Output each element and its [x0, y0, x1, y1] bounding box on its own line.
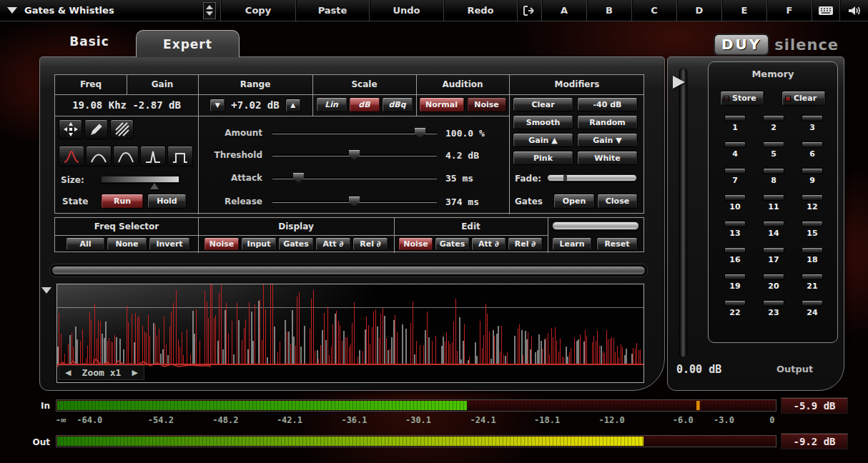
transfer-button[interactable]	[517, 0, 541, 21]
memory-slot-button[interactable]	[724, 141, 746, 148]
memory-slot-2[interactable]: 2	[757, 115, 790, 132]
pencil-tool-button[interactable]	[84, 119, 108, 139]
copy-button[interactable]: Copy	[220, 0, 295, 21]
paste-button[interactable]: Paste	[295, 0, 369, 21]
undo-button[interactable]: Undo	[369, 0, 443, 21]
memory-slot-button[interactable]	[763, 168, 784, 174]
scale-lin-button[interactable]: Lin	[316, 97, 347, 112]
curve-peak-button[interactable]	[140, 146, 166, 166]
memory-slot-button[interactable]	[763, 300, 784, 307]
threshold-slider-thumb[interactable]	[349, 150, 360, 160]
memory-slot-button[interactable]	[802, 168, 823, 174]
select-none-button[interactable]: None	[107, 237, 147, 251]
memory-slot-13[interactable]: 13	[719, 221, 751, 238]
fade-slider-thumb[interactable]	[563, 175, 567, 181]
tab-basic[interactable]: Basic	[61, 34, 118, 49]
memory-slot-8[interactable]: 8	[757, 168, 790, 185]
memory-slot-11[interactable]: 11	[757, 194, 790, 211]
memory-slot-button[interactable]	[802, 247, 823, 254]
memory-slot-17[interactable]: 17	[757, 247, 790, 264]
select-all-button[interactable]: All	[66, 237, 105, 251]
edit-release-delta-button[interactable]: Rel ∂	[508, 237, 543, 251]
keyboard-button[interactable]	[812, 0, 839, 21]
memory-slot-button[interactable]	[802, 141, 823, 148]
zoom-out-icon[interactable]: ◀	[65, 368, 71, 377]
attack-slider[interactable]	[272, 171, 437, 184]
curve-wide-bell-button[interactable]	[113, 146, 139, 166]
memory-slot-button[interactable]	[802, 274, 823, 280]
memory-slot-button[interactable]	[802, 194, 823, 201]
curve-bell-button[interactable]	[86, 146, 112, 166]
modifier-random-button[interactable]: Random	[577, 115, 638, 129]
modifier-gain-down-button[interactable]: Gain ▼	[577, 133, 638, 147]
memory-slot-button[interactable]	[763, 115, 784, 121]
size-slider-thumb[interactable]	[150, 183, 159, 189]
preset-down-icon[interactable]	[206, 11, 213, 16]
modifier-gain-up-button[interactable]: Gain ▲	[513, 133, 573, 147]
memory-slot-button[interactable]	[724, 194, 746, 201]
scale-db-button[interactable]: dB	[349, 97, 380, 112]
memory-slot-button[interactable]	[763, 194, 784, 201]
range-down-button[interactable]: ▼	[209, 99, 225, 112]
audio-button[interactable]	[839, 0, 868, 21]
memory-slot-24[interactable]: 24	[796, 300, 829, 317]
memory-slot-button[interactable]	[763, 274, 784, 280]
reset-button[interactable]: Reset	[596, 237, 638, 251]
memory-slot-14[interactable]: 14	[757, 221, 790, 238]
display-attack-delta-button[interactable]: Att ∂	[315, 237, 351, 251]
redo-button[interactable]: Redo	[443, 0, 517, 21]
memory-slot-button[interactable]	[724, 274, 746, 280]
state-run-button[interactable]: Run	[101, 194, 144, 209]
amount-slider[interactable]	[272, 126, 437, 139]
memory-slot-12[interactable]: 12	[796, 194, 829, 211]
memory-slot-20[interactable]: 20	[757, 274, 790, 291]
display-gates-button[interactable]: Gates	[278, 237, 314, 251]
edit-attack-delta-button[interactable]: Att ∂	[471, 237, 506, 251]
spectrum-display[interactable]: ◀ Zoom x1 ▶	[56, 284, 644, 383]
slot-f-button[interactable]: F	[766, 0, 812, 21]
preset-up-icon[interactable]	[206, 5, 213, 9]
slot-e-button[interactable]: E	[721, 0, 766, 21]
memory-slot-button[interactable]	[802, 221, 823, 227]
slot-a-button[interactable]: A	[541, 0, 586, 21]
select-invert-button[interactable]: Invert	[149, 237, 190, 251]
edit-gates-button[interactable]: Gates	[435, 237, 470, 251]
spectrum-scrollbar-thumb[interactable]	[52, 267, 645, 274]
memory-slot-4[interactable]: 4	[719, 141, 751, 159]
amount-slider-thumb[interactable]	[415, 128, 425, 138]
memory-slot-button[interactable]	[724, 247, 746, 254]
move-tool-button[interactable]	[59, 119, 82, 139]
preset-selector[interactable]: Gates & Whistles	[0, 0, 220, 21]
threshold-slider[interactable]	[272, 149, 437, 161]
modifier-white-button[interactable]: White	[577, 151, 638, 165]
memory-slot-button[interactable]	[763, 221, 784, 227]
range-up-button[interactable]: ▲	[285, 99, 301, 112]
preset-dropdown-icon[interactable]	[7, 7, 17, 14]
memory-slot-button[interactable]	[724, 168, 746, 174]
edit-noise-button[interactable]: Noise	[398, 237, 433, 251]
curve-sharp-button[interactable]	[59, 146, 84, 166]
memory-slot-15[interactable]: 15	[796, 221, 829, 238]
memory-slot-5[interactable]: 5	[757, 141, 790, 159]
hatch-tool-button[interactable]	[110, 119, 134, 139]
output-fader-track[interactable]	[679, 69, 687, 357]
spectrum-scrollbar[interactable]	[49, 264, 648, 277]
memory-slot-16[interactable]: 16	[719, 247, 751, 264]
memory-slot-1[interactable]: 1	[719, 115, 751, 132]
state-hold-button[interactable]: Hold	[147, 194, 187, 209]
memory-slot-button[interactable]	[763, 247, 784, 254]
modifier-minus40-button[interactable]: -40 dB	[577, 97, 638, 111]
memory-slot-7[interactable]: 7	[719, 168, 751, 185]
memory-slot-19[interactable]: 19	[719, 274, 751, 291]
tab-expert[interactable]: Expert	[136, 30, 240, 57]
output-fader-thumb[interactable]	[673, 76, 685, 89]
display-input-button[interactable]: Input	[241, 237, 277, 251]
fade-slider[interactable]	[547, 174, 637, 181]
audition-noise-button[interactable]: Noise	[467, 97, 507, 112]
gates-close-button[interactable]: Close	[597, 194, 638, 209]
memory-slot-10[interactable]: 10	[719, 194, 751, 211]
slot-b-button[interactable]: B	[586, 0, 631, 21]
release-slider[interactable]	[272, 195, 437, 208]
memory-slot-18[interactable]: 18	[796, 247, 829, 264]
modifier-smooth-button[interactable]: Smooth	[513, 115, 573, 129]
